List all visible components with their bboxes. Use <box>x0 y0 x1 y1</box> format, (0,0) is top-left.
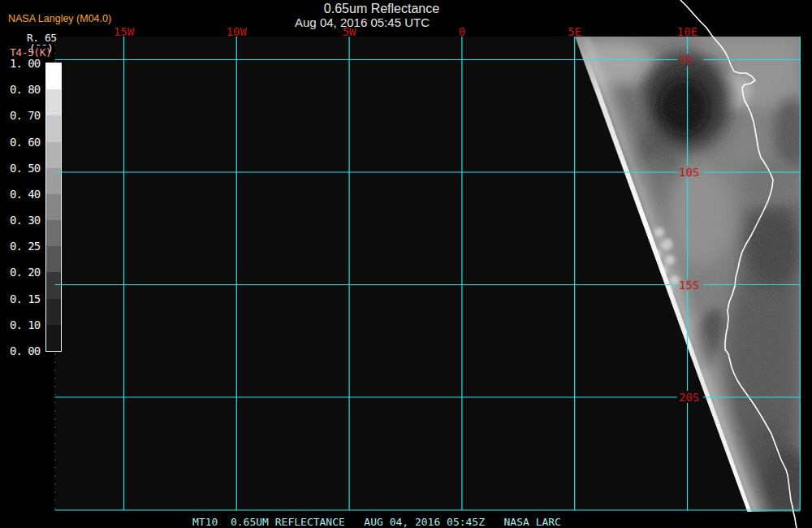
lon-label-10e: 10E <box>663 25 712 38</box>
lat-label-5s: 5S <box>679 54 693 67</box>
colorbar-segment <box>46 168 61 194</box>
lat-label-20s: 20S <box>679 391 699 404</box>
colorbar-tick-label: 0. 60 <box>10 136 45 149</box>
colorbar-tick-label: 1. 00 <box>10 57 45 70</box>
lon-label-15w: 15W <box>100 25 149 38</box>
colorbar-tick-label: 0. 70 <box>10 109 45 122</box>
colorbar-segment <box>46 299 61 325</box>
colorbar-tick-label: 0. 50 <box>10 162 45 175</box>
colorbar-tick-label: 0. 40 <box>10 188 45 201</box>
colorbar-tick-label: 0. 30 <box>10 214 45 227</box>
secondary-product-label: T4-5(K) <box>10 46 51 58</box>
colorbar-segment <box>46 142 61 168</box>
colorbar-tick-label: 0. 10 <box>10 318 45 331</box>
colorbar <box>45 63 62 352</box>
colorbar-segment <box>46 220 61 246</box>
satellite-quicklook-screen: 1. 00 0. 80 0. 70 0. 60 0. 50 0. 40 0. 3… <box>0 0 812 528</box>
colorbar-segment <box>46 194 61 220</box>
lon-label-5w: 5W <box>325 25 374 38</box>
colorbar-tick-label: 0. 80 <box>10 83 45 96</box>
footer-caption: MT10 0.65UM REFLECTANCE AUG 04, 2016 05:… <box>192 516 561 528</box>
colorbar-segment <box>46 115 61 141</box>
colorbar-tick-label: 0. 15 <box>10 292 45 305</box>
lon-label-10w: 10W <box>212 25 261 38</box>
lon-label-0: 0 <box>438 25 486 38</box>
colorbar-segment <box>46 325 61 351</box>
colorbar-segment <box>46 89 61 115</box>
colorbar-tick-label: 0. 00 <box>10 344 45 357</box>
colorbar-segment <box>46 272 61 298</box>
lon-label-5e: 5E <box>551 25 599 38</box>
colorbar-segment <box>46 246 61 272</box>
lat-label-15s: 15S <box>679 279 699 292</box>
lat-label-10s: 10S <box>679 166 699 179</box>
colorbar-tick-label: 0. 20 <box>10 266 45 279</box>
colorbar-segment <box>46 63 61 89</box>
map-canvas <box>0 0 812 528</box>
colorbar-tick-label: 0. 25 <box>10 240 45 253</box>
